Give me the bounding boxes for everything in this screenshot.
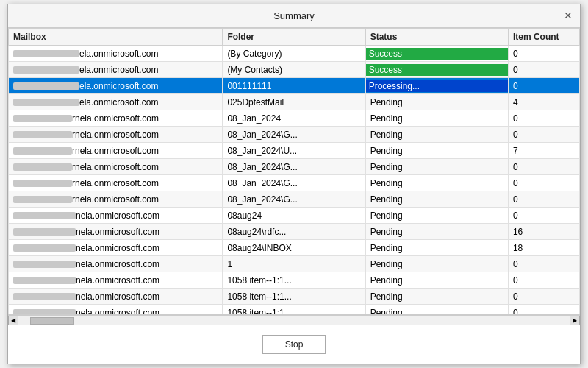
cell-mailbox: ela.onmicrosoft.com (9, 78, 223, 94)
horizontal-scrollbar[interactable]: ◀ ▶ (8, 315, 580, 325)
table-row[interactable]: rnela.onmicrosoft.com08_Jan_2024\G...Pen… (9, 191, 580, 208)
table-row[interactable]: ela.onmicrosoft.com(By Category)Success0 (9, 46, 580, 62)
cell-item-count: 0 (508, 159, 579, 175)
table-row[interactable]: nela.onmicrosoft.com08aug24\INBOXPending… (9, 240, 580, 256)
table-row[interactable]: nela.onmicrosoft.com1Pending0 (9, 256, 580, 272)
table-row[interactable]: nela.onmicrosoft.com1058 item--1:1...Pen… (9, 272, 580, 289)
table-row[interactable]: rnela.onmicrosoft.com08_Jan_2024\U...Pen… (9, 143, 580, 159)
cell-item-count: 0 (508, 62, 579, 78)
mailbox-blurred (13, 99, 79, 106)
table-row[interactable]: rnela.onmicrosoft.com08_Jan_2024\G...Pen… (9, 175, 580, 191)
col-header-itemcount: Item Count (508, 29, 579, 46)
mailbox-domain: rnela.onmicrosoft.com (72, 146, 159, 156)
scroll-track[interactable] (29, 316, 559, 325)
cell-mailbox: nela.onmicrosoft.com (9, 305, 223, 316)
cell-mailbox: rnela.onmicrosoft.com (9, 191, 223, 208)
cell-folder: 08aug24 (223, 208, 365, 224)
col-header-folder: Folder (223, 29, 365, 46)
scroll-left-button[interactable]: ◀ (8, 316, 18, 326)
cell-folder: 08_Jan_2024\G... (223, 159, 365, 175)
cell-mailbox: nela.onmicrosoft.com (9, 224, 223, 240)
cell-folder: 1 (223, 256, 365, 272)
mailbox-blurred (13, 244, 76, 252)
status-badge: Success (366, 64, 508, 76)
mailbox-blurred (13, 277, 76, 284)
cell-status: Pending (365, 272, 508, 289)
table-row[interactable]: rnela.onmicrosoft.com08_Jan_2024Pending0 (9, 110, 580, 127)
cell-mailbox: rnela.onmicrosoft.com (9, 159, 223, 175)
mailbox-domain: rnela.onmicrosoft.com (72, 178, 159, 188)
table-row[interactable]: ela.onmicrosoft.com001111111Processing..… (9, 78, 580, 94)
cell-item-count: 0 (508, 256, 579, 272)
cell-item-count: 0 (508, 191, 579, 208)
mailbox-blurred (13, 50, 79, 57)
cell-status: Pending (365, 224, 508, 240)
cell-folder: 08_Jan_2024 (223, 110, 365, 127)
summary-dialog: Summary ✕ Mailbox Folder Status Item Cou… (7, 4, 581, 364)
cell-folder: 08_Jan_2024\G... (223, 191, 365, 208)
cell-folder: (My Contacts) (223, 62, 365, 78)
table-row[interactable]: ela.onmicrosoft.com025DptestMailPending4 (9, 94, 580, 110)
cell-folder: 025DptestMail (223, 94, 365, 110)
mailbox-blurred (13, 147, 72, 155)
cell-item-count: 0 (508, 289, 579, 305)
cell-status: Success (365, 46, 508, 62)
summary-table: Mailbox Folder Status Item Count ela.onm… (8, 28, 580, 315)
footer: Stop (8, 325, 580, 364)
cell-folder: 001111111 (223, 78, 365, 94)
mailbox-domain: nela.onmicrosoft.com (76, 227, 159, 237)
cell-folder: 1058 item--1:1... (223, 305, 365, 316)
cell-status: Pending (365, 110, 508, 127)
cell-item-count: 0 (508, 127, 579, 143)
table-row[interactable]: nela.onmicrosoft.com1058 item--1:1...Pen… (9, 289, 580, 305)
mailbox-blurred (13, 115, 72, 122)
mailbox-domain: nela.onmicrosoft.com (76, 243, 159, 253)
cell-folder: 08_Jan_2024\G... (223, 175, 365, 191)
cell-status: Pending (365, 127, 508, 143)
cell-status: Pending (365, 305, 508, 316)
close-button[interactable]: ✕ (561, 8, 576, 23)
cell-status: Pending (365, 175, 508, 191)
mailbox-blurred (13, 163, 72, 171)
table-container[interactable]: Mailbox Folder Status Item Count ela.onm… (8, 28, 580, 315)
cell-mailbox: rnela.onmicrosoft.com (9, 143, 223, 159)
cell-status: Pending (365, 240, 508, 256)
mailbox-blurred (13, 180, 72, 187)
scroll-thumb[interactable] (30, 317, 74, 325)
stop-button[interactable]: Stop (262, 335, 326, 354)
cell-item-count: 4 (508, 94, 579, 110)
cell-item-count: 0 (508, 175, 579, 191)
scroll-right-button[interactable]: ▶ (570, 316, 580, 326)
col-header-status: Status (365, 29, 508, 46)
mailbox-domain: ela.onmicrosoft.com (79, 65, 158, 75)
mailbox-blurred (13, 309, 76, 315)
cell-folder: 1058 item--1:1... (223, 289, 365, 305)
status-badge: Processing... (366, 80, 508, 92)
cell-item-count: 16 (508, 224, 579, 240)
mailbox-domain: nela.onmicrosoft.com (76, 210, 159, 221)
mailbox-domain: nela.onmicrosoft.com (76, 275, 159, 286)
table-row[interactable]: ela.onmicrosoft.com(My Contacts)Success0 (9, 62, 580, 78)
cell-status: Pending (365, 143, 508, 159)
table-row[interactable]: nela.onmicrosoft.com1058 item--1:1...Pen… (9, 305, 580, 316)
table-row[interactable]: rnela.onmicrosoft.com08_Jan_2024\G...Pen… (9, 159, 580, 175)
cell-status: Processing... (365, 78, 508, 94)
cell-item-count: 18 (508, 240, 579, 256)
cell-mailbox: nela.onmicrosoft.com (9, 208, 223, 224)
table-row[interactable]: rnela.onmicrosoft.com08_Jan_2024\G...Pen… (9, 127, 580, 143)
table-row[interactable]: nela.onmicrosoft.com08aug24Pending0 (9, 208, 580, 224)
mailbox-blurred (13, 82, 79, 90)
cell-folder: 08aug24\INBOX (223, 240, 365, 256)
mailbox-domain: ela.onmicrosoft.com (79, 49, 158, 59)
cell-folder: 08_Jan_2024\U... (223, 143, 365, 159)
mailbox-blurred (13, 261, 76, 268)
dialog-title: Summary (273, 10, 315, 21)
title-bar: Summary ✕ (8, 4, 580, 28)
cell-item-count: 0 (508, 110, 579, 127)
cell-status: Pending (365, 208, 508, 224)
cell-item-count: 0 (508, 78, 579, 94)
table-row[interactable]: nela.onmicrosoft.com08aug24\rdfc...Pendi… (9, 224, 580, 240)
cell-item-count: 0 (508, 272, 579, 289)
mailbox-domain: rnela.onmicrosoft.com (72, 162, 159, 172)
mailbox-blurred (13, 66, 79, 74)
